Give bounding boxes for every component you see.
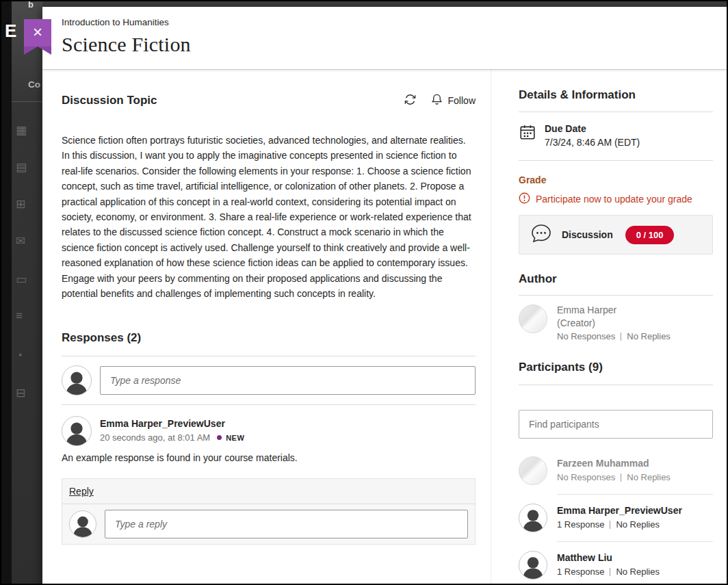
nav-rail-icon: ▦: [16, 123, 27, 138]
due-date-value: 7/3/24, 8:46 AM (EDT): [545, 137, 640, 148]
new-badge: NEW: [226, 434, 244, 442]
close-icon: ×: [33, 24, 42, 40]
refresh-icon: [404, 93, 417, 108]
current-user-avatar: [62, 365, 92, 395]
divider: [557, 541, 713, 542]
divider: [519, 160, 713, 161]
grade-section-label: Grade: [519, 174, 713, 185]
participant-avatar: [519, 456, 547, 485]
participant-avatar: [519, 504, 547, 532]
nav-rail-icon: ▤: [16, 160, 27, 174]
panel-header: Introduction to Humanities Science Ficti…: [42, 7, 728, 70]
nav-rail-icon: ⊞: [16, 197, 25, 211]
participant-replies: No Replies: [627, 472, 671, 482]
reply-compose-row: [62, 504, 475, 544]
nav-rail-icon: ≡: [16, 309, 23, 323]
participant-name: Emma Harper_PreviewUser: [557, 504, 682, 516]
author-responses: No Responses: [557, 331, 615, 341]
participant-name: Matthew Liu: [557, 551, 660, 563]
overlay-scrim: [42, 1, 728, 7]
grade-alert: Participate now to update your grade: [519, 192, 713, 206]
participant-name: Farzeen Muhammad: [557, 456, 671, 469]
bell-icon: [430, 93, 443, 108]
stat-separator: [610, 568, 610, 576]
reply-link[interactable]: Reply: [69, 486, 94, 497]
details-heading: Details & Information: [519, 88, 713, 102]
background-text-partial: b: [28, 0, 34, 10]
stat-separator: [621, 333, 621, 341]
participants-heading: Participants (9): [519, 361, 713, 374]
calendar-icon: [519, 123, 536, 148]
find-participants-input[interactable]: [519, 410, 713, 439]
reply-input[interactable]: [105, 510, 468, 538]
response-compose-row: [62, 356, 476, 404]
response-input[interactable]: [100, 366, 476, 395]
details-sidebar: Details & Information: [491, 70, 728, 585]
participant-row[interactable]: Matthew Liu 1 Response No Replies: [519, 551, 713, 580]
reply-section: Reply: [62, 478, 476, 545]
response-item: Emma Harper_PreviewUser 20 seconds ago, …: [62, 405, 476, 463]
participant-replies: No Replies: [616, 567, 660, 577]
grade-alert-text: Participate now to update your grade: [536, 194, 692, 205]
author-row: Emma Harper (Creator) No Responses No Re…: [519, 304, 713, 341]
divider: [519, 385, 713, 385]
refresh-button[interactable]: [404, 93, 417, 108]
nav-rail-icon: ◔: [16, 349, 23, 363]
response-timestamp: 20 seconds ago, at 8:01 AM: [100, 432, 210, 443]
divider: [519, 295, 713, 296]
discussion-topic-heading: Discussion Topic: [62, 94, 157, 107]
stat-separator: [610, 521, 610, 529]
participant-row[interactable]: Farzeen Muhammad No Responses No Replies: [519, 456, 713, 485]
author-avatar: [519, 304, 547, 333]
background-page-edge: [1, 1, 12, 584]
due-date-row: Due Date 7/3/24, 8:46 AM (EDT): [519, 123, 713, 148]
discussion-main-column: Discussion Topic: [42, 70, 491, 585]
responses-heading: Responses (2): [62, 331, 476, 345]
follow-button[interactable]: Follow: [430, 93, 476, 108]
due-date-label: Due Date: [545, 123, 640, 134]
new-indicator-dot: [217, 435, 222, 440]
discussion-bubble-icon: [529, 221, 554, 248]
grade-item: Discussion 0 / 100: [519, 215, 713, 255]
author-name: Emma Harper: [557, 304, 671, 315]
exclamation-circle-icon: [519, 192, 530, 206]
breadcrumb-course-name: Introduction to Humanities: [62, 17, 728, 27]
follow-label: Follow: [448, 95, 476, 106]
participant-avatar: [519, 551, 547, 580]
nav-rail-icon: ▭: [16, 272, 27, 287]
background-logo-partial: E: [5, 21, 16, 42]
background-nav-label-partial: Co: [28, 79, 40, 90]
divider: [519, 112, 713, 112]
participant-responses: No Responses: [557, 472, 615, 482]
stat-separator: [621, 473, 621, 482]
page-title: Science Fiction: [62, 33, 728, 56]
grade-score-pill: 0 / 100: [625, 226, 675, 244]
divider: [557, 494, 713, 495]
close-panel-button[interactable]: ×: [24, 19, 51, 47]
author-role: (Creator): [557, 317, 671, 328]
background-rail-divider: [12, 101, 42, 102]
participant-row[interactable]: Emma Harper_PreviewUser 1 Response No Re…: [519, 504, 713, 532]
background-nav-rail: b Co ▦ ▤ ⊞ ✉ ▭ ≡ ◔ ⊟: [12, 1, 42, 584]
participant-responses: 1 Response: [557, 519, 604, 530]
participant-responses: 1 Response: [557, 567, 604, 577]
author-heading: Author: [519, 272, 713, 286]
nav-rail-icon: ⊟: [16, 386, 25, 400]
grade-item-label: Discussion: [562, 229, 613, 240]
response-text: An example response is found in your cou…: [62, 452, 476, 463]
discussion-topic-text: Science fiction often portrays futuristi…: [62, 133, 476, 301]
author-replies: No Replies: [627, 331, 671, 341]
response-author-avatar: [62, 416, 92, 446]
current-user-avatar: [69, 510, 96, 538]
participant-replies: No Replies: [616, 519, 660, 530]
discussion-panel: Introduction to Humanities Science Ficti…: [42, 7, 728, 585]
response-author-name: Emma Harper_PreviewUser: [100, 416, 244, 429]
screen: E b Co ▦ ▤ ⊞ ✉ ▭ ≡ ◔ ⊟ × Introduction to…: [0, 0, 728, 585]
nav-rail-icon: ✉: [16, 234, 25, 248]
